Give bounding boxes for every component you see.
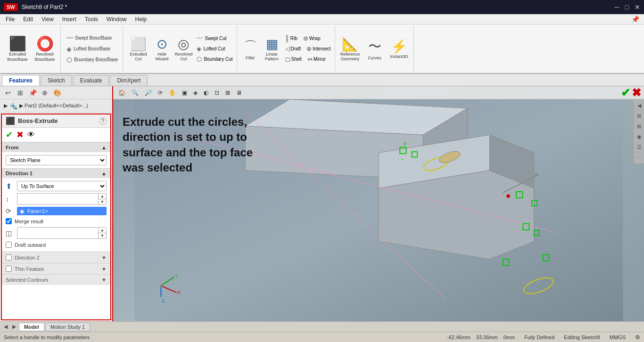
lofted-cut-button[interactable]: ◈Lofted Cut [195, 44, 234, 53]
title-text: Sketch8 of Part2 * [22, 4, 67, 10]
vt-display[interactable]: 🖥 [234, 89, 244, 97]
minimize-btn[interactable]: ─ [615, 3, 619, 11]
tab-dimxpert[interactable]: DimXpert [110, 75, 148, 86]
angle-spin-down[interactable]: ▼ [99, 233, 106, 238]
selected-contours-section[interactable]: Selected Contours ▼ [2, 274, 110, 285]
mirror-button[interactable]: ⇔Mirror [305, 55, 328, 64]
help-icon[interactable]: ? [99, 117, 107, 125]
menu-edit[interactable]: Edit [19, 15, 37, 24]
draft-button[interactable]: ◁Draft [283, 44, 303, 53]
direction2-section[interactable]: Direction 2 ▼ [2, 252, 110, 263]
nav-right-icon[interactable]: ▶ [10, 323, 18, 331]
tree-expand-icon[interactable]: ▶ [4, 103, 8, 109]
swept-boss-button[interactable]: 〰Swept Boss/Base [65, 33, 120, 43]
extruded-boss-button[interactable]: ⬛ Extruded Boss/Base [5, 34, 30, 63]
extruded-cut-button[interactable]: ⬜ Extruded Cut [126, 26, 150, 71]
viewport[interactable]: 🏠 🔍 🔎 ⟳ ✋ ▣ ◈ ◐ ⊡ ⊠ 🖥 ✔ ✖ [113, 86, 644, 321]
viewport-confirm-icon[interactable]: ✔ [621, 86, 630, 99]
pin-icon[interactable]: 📌 [628, 15, 642, 24]
menu-view[interactable]: View [38, 15, 58, 24]
thin-feature-checkbox[interactable] [6, 266, 12, 272]
merge-result-checkbox[interactable] [6, 218, 12, 224]
right-panel-icon-2[interactable]: ⊞ [635, 112, 644, 120]
pin-tool[interactable]: 📌 [27, 88, 38, 98]
btab-model[interactable]: Model [19, 323, 44, 331]
vt-home[interactable]: 🏠 [116, 89, 128, 97]
menu-tools[interactable]: Tools [81, 15, 102, 24]
vt-perspective[interactable]: ◈ [191, 89, 200, 97]
close-btn[interactable]: ✕ [635, 3, 640, 11]
grid-tool[interactable]: ⊞ [15, 88, 25, 98]
from-dropdown[interactable]: Sketch Plane Surface/Face/Plane Vertex O… [6, 155, 107, 165]
direction2-label: Direction 2 [15, 255, 40, 261]
face-selection[interactable]: ▣ Face<1> [17, 207, 107, 215]
linear-pattern-button[interactable]: ▦ Linear Pattern [262, 26, 282, 71]
spin-up-button[interactable]: ▲ [99, 194, 106, 199]
vt-pan[interactable]: ✋ [166, 89, 178, 97]
thin-feature-expand-icon: ▼ [101, 266, 107, 272]
cancel-button[interactable]: ✖ [17, 130, 24, 140]
hole-wizard-button[interactable]: ⊙ Hole Wizard [151, 26, 172, 71]
from-section-header[interactable]: From ▲ [2, 142, 110, 152]
curves-button[interactable]: 〜 Curves [364, 26, 385, 71]
lofted-boss-button[interactable]: ◈Lofted Boss/Base [65, 44, 120, 54]
revolved-cut-button[interactable]: ◎ Revolved Cut [173, 26, 194, 71]
vt-zoom-in[interactable]: 🔍 [129, 89, 141, 97]
right-panel-icon-6[interactable]: ⋯ [635, 153, 644, 162]
btab-motion-study[interactable]: Motion Study 1 [45, 323, 90, 331]
right-panel-icon-1[interactable]: ◀ [635, 101, 644, 110]
tab-sketch[interactable]: Sketch [41, 75, 72, 86]
vt-section[interactable]: ⊠ [223, 89, 232, 97]
swept-cut-button[interactable]: 〰Swept Cut [195, 34, 234, 43]
status-settings-icon[interactable]: ⚙ [635, 334, 640, 341]
color-tool[interactable]: 🎨 [52, 88, 62, 98]
thin-feature-section[interactable]: Thin Feature ▼ [2, 263, 110, 274]
vt-zoom-out[interactable]: 🔎 [142, 89, 154, 97]
right-panel-icon-5[interactable]: ☰ [635, 143, 644, 151]
direction1-dropdown[interactable]: Up To Surface Blind Through All Up To Ve… [17, 181, 107, 191]
flip-direction-icon[interactable]: ⟳ [6, 207, 15, 215]
vt-front[interactable]: ▣ [180, 89, 190, 97]
merge-result-label: Merge result [15, 219, 43, 224]
fillet-button[interactable]: ⌒ Fillet [240, 26, 261, 71]
boundary-cut-button[interactable]: ⬡Boundary Cut [195, 55, 234, 64]
wrap-button[interactable]: ⊛Wrap [301, 34, 322, 43]
menu-insert[interactable]: Insert [58, 15, 80, 24]
tab-evaluate[interactable]: Evaluate [73, 75, 109, 86]
menu-file[interactable]: File [2, 15, 18, 24]
right-panel-icon-3[interactable]: ⊠ [635, 122, 644, 130]
arrow-tool[interactable]: ↩ [3, 88, 13, 98]
rib-button[interactable]: ║Rib [283, 34, 299, 43]
plus-tool[interactable]: ⊕ [40, 88, 50, 98]
direction2-checkbox[interactable] [6, 254, 12, 261]
preview-eye-icon[interactable]: 👁 [27, 130, 35, 139]
vt-wireframe[interactable]: ⊡ [212, 89, 222, 97]
menu-window[interactable]: Window [103, 15, 131, 24]
vt-shading[interactable]: ◐ [201, 89, 211, 97]
vt-rotate[interactable]: ⟳ [156, 89, 165, 97]
shell-button[interactable]: ◻Shell [283, 55, 304, 64]
confirm-button[interactable]: ✔ [6, 130, 13, 140]
nav-left-icon[interactable]: ◀ [2, 323, 9, 331]
boundary-boss-button[interactable]: ⬡Boundary Boss/Base [65, 55, 120, 65]
instant3d-button[interactable]: ⚡ Instant3D [387, 26, 412, 71]
maximize-btn[interactable]: □ [625, 3, 629, 11]
window-controls[interactable]: ─ □ ✕ [615, 3, 640, 11]
tab-features[interactable]: Features [2, 75, 40, 86]
reference-geometry-button[interactable]: 📐 Reference Geometry [338, 26, 363, 71]
svg-text:⊕: ⊕ [403, 141, 407, 146]
draft-outward-checkbox[interactable] [6, 242, 12, 248]
angle-value-input[interactable] [17, 228, 98, 238]
direction1-header[interactable]: Direction 1 ▲ [2, 168, 110, 178]
angle-icon: ◫ [6, 229, 15, 237]
titlebar: SW Sketch8 of Part2 * ─ □ ✕ [0, 0, 644, 14]
revolved-boss-button[interactable]: ⭕ Revolved Boss/Base [32, 34, 58, 63]
spin-down-button[interactable]: ▼ [99, 199, 106, 204]
right-panel-icon-4[interactable]: ◉ [635, 132, 644, 141]
viewport-cancel-icon[interactable]: ✖ [632, 86, 641, 99]
direction1-value-input[interactable] [17, 194, 98, 204]
angle-spin-up[interactable]: ▲ [99, 228, 106, 233]
menu-help[interactable]: Help [132, 15, 151, 24]
ribbon-group-boss: ⬛ Extruded Boss/Base ⭕ Revolved Boss/Bas… [2, 25, 61, 72]
intersect-button[interactable]: ⊗Intersect [305, 44, 332, 53]
